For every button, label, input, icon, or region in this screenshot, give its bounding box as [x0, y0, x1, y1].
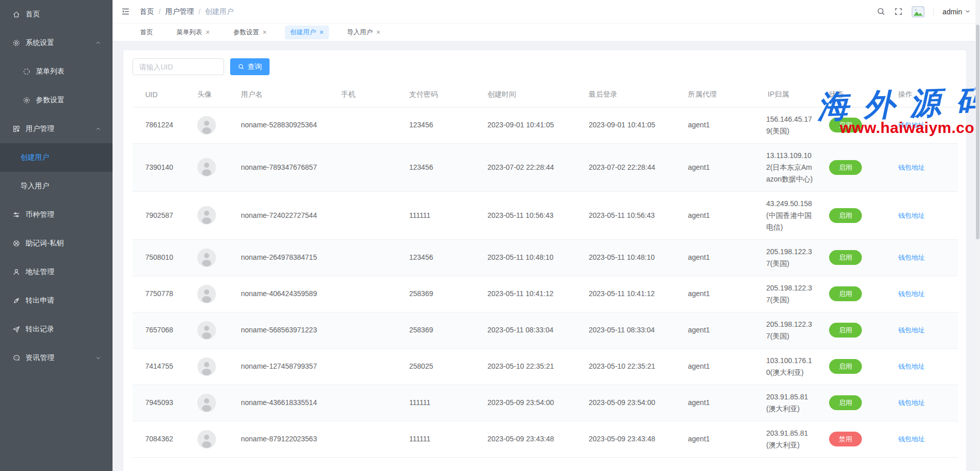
chevron-down-icon — [965, 8, 971, 16]
user-avatar — [197, 158, 216, 176]
status-cell: 禁用 — [816, 421, 885, 457]
sidebar-item-home[interactable]: 首页 — [0, 0, 113, 29]
sidebar-item-menu-list[interactable]: 菜单列表 — [0, 57, 113, 86]
status-cell: 启用 — [816, 312, 885, 348]
sidebar-item-label: 转出申请 — [26, 296, 54, 305]
wallet-address-link[interactable]: 钱包地址 — [898, 254, 925, 261]
top-header: 首页/用户管理/创建用户 — [113, 0, 980, 24]
avatar[interactable] — [911, 5, 925, 18]
close-icon[interactable]: × — [262, 29, 266, 36]
admin-app: 首页系统设置菜单列表参数设置用户管理创建用户导入用户币种管理助记词-私钥地址管理… — [0, 0, 980, 471]
scrollbar[interactable] — [975, 0, 980, 471]
user-avatar — [197, 249, 216, 267]
status-badge[interactable]: 启用 — [829, 208, 862, 223]
column-header: UID — [132, 82, 185, 107]
sidebar-item-import-user[interactable]: 导入用户 — [0, 172, 113, 200]
sidebar-item-currency-management[interactable]: 币种管理 — [0, 200, 113, 229]
breadcrumb-separator: / — [198, 8, 201, 16]
sidebar: 首页系统设置菜单列表参数设置用户管理创建用户导入用户币种管理助记词-私钥地址管理… — [0, 0, 113, 471]
breadcrumb-item[interactable]: 首页 — [140, 7, 154, 16]
agent-cell: agent1 — [675, 239, 755, 276]
agent-cell: agent1 — [675, 421, 755, 457]
sidebar-item-news-management[interactable]: 资讯管理 — [0, 344, 113, 372]
tab-create-user[interactable]: 创建用户× — [285, 26, 328, 39]
sidebar-item-label: 转出记录 — [26, 325, 54, 334]
last-login-cell: 2023-05-11 10:56:43 — [576, 191, 675, 239]
avatar-cell — [185, 143, 228, 191]
wallet-address-link[interactable]: 钱包地址 — [898, 164, 925, 171]
ip-cell: 203.91.85.81(澳大利亚) — [755, 421, 816, 457]
created-at-cell: 2023-05-11 10:41:12 — [475, 276, 576, 312]
sidebar-collapse-icon[interactable] — [121, 7, 130, 16]
status-badge[interactable]: 启用 — [829, 160, 862, 175]
scrollbar-thumb[interactable] — [976, 25, 979, 239]
status-cell: 启用 — [816, 143, 885, 191]
ip-cell: 205.198.122.37(美国) — [755, 276, 816, 312]
wallet-address-link[interactable]: 钱包地址 — [898, 363, 925, 370]
wallet-address-link[interactable]: 钱包地址 — [898, 399, 925, 407]
agent-cell: agent1 — [675, 107, 755, 143]
status-badge[interactable]: 启用 — [829, 359, 862, 374]
user-table-card: 查询 UID头像用户名手机支付密码创建时间最后登录所属代理IP归属状态操作 78… — [123, 50, 967, 471]
user-menu[interactable]: admin — [943, 8, 971, 16]
uid-cell: 7414755 — [132, 348, 185, 385]
user-avatar — [197, 116, 216, 134]
status-badge[interactable]: 启用 — [829, 286, 862, 301]
wallet-address-link[interactable]: 钱包地址 — [898, 435, 925, 443]
wallet-address-link[interactable]: 钱包地址 — [898, 212, 925, 219]
last-login-cell: 2023-05-09 23:43:48 — [576, 421, 675, 457]
sidebar-item-transfer-request[interactable]: 转出申请 — [0, 286, 113, 315]
uid-cell: 7508010 — [132, 239, 185, 276]
gear-icon — [12, 39, 20, 47]
username-cell: noname-406424359589 — [228, 276, 328, 312]
sidebar-item-create-user[interactable]: 创建用户 — [0, 143, 113, 172]
column-header: 手机 — [328, 82, 396, 107]
sidebar-item-address-management[interactable]: 地址管理 — [0, 258, 113, 286]
user-avatar — [197, 357, 216, 376]
tab-param-settings[interactable]: 参数设置× — [228, 26, 272, 39]
sidebar-item-label: 系统设置 — [26, 38, 54, 48]
sidebar-item-param-settings[interactable]: 参数设置 — [0, 86, 113, 115]
status-badge[interactable]: 启用 — [829, 118, 862, 132]
avatar-cell — [185, 276, 228, 312]
query-button[interactable]: 查询 — [230, 58, 270, 75]
sidebar-item-label: 币种管理 — [26, 210, 54, 219]
wallet-address-link[interactable]: 钱包地址 — [898, 290, 925, 298]
ip-cell: 43.249.50.158(中国香港中国电信) — [755, 191, 816, 239]
sidebar-item-transfer-records[interactable]: 转出记录 — [0, 315, 113, 344]
uid-cell: 7657068 — [132, 312, 185, 348]
tab-label: 首页 — [140, 28, 153, 37]
tab-import-user[interactable]: 导入用户× — [342, 26, 386, 39]
created-at-cell: 2023-05-11 10:48:10 — [475, 239, 576, 276]
ip-cell: 156.146.45.179(美国) — [755, 107, 816, 143]
tab-menu-list[interactable]: 菜单列表× — [171, 26, 215, 39]
close-icon[interactable]: × — [376, 29, 381, 36]
sidebar-item-label: 用户管理 — [26, 124, 54, 133]
breadcrumb-item[interactable]: 用户管理 — [165, 7, 194, 16]
sidebar-item-label: 创建用户 — [20, 153, 49, 162]
sidebar-item-mnemonic-private-key[interactable]: 助记词-私钥 — [0, 229, 113, 258]
sidebar-item-system-settings[interactable]: 系统设置 — [0, 29, 113, 57]
wallet-address-link[interactable]: 钱包地址 — [898, 121, 925, 129]
username-cell: noname-436618335514 — [228, 385, 328, 421]
sidebar-item-label: 资讯管理 — [26, 353, 54, 363]
search-icon[interactable] — [877, 7, 885, 16]
wallet-address-link[interactable]: 钱包地址 — [898, 326, 925, 334]
uid-search-input[interactable] — [132, 58, 224, 75]
fullscreen-icon[interactable] — [894, 7, 903, 16]
pay-password-cell: 258369 — [396, 276, 475, 312]
status-badge[interactable]: 禁用 — [829, 432, 862, 446]
last-login-cell: 2023-07-02 22:28:44 — [576, 143, 675, 191]
close-icon[interactable]: × — [206, 29, 210, 36]
created-at-cell: 2023-07-02 22:28:44 — [475, 143, 576, 191]
created-at-cell: 2023-09-01 10:41:05 — [475, 107, 576, 143]
divider — [933, 8, 934, 15]
status-badge[interactable]: 启用 — [829, 250, 862, 265]
tab-home[interactable]: 首页 — [135, 26, 158, 39]
sidebar-item-user-management[interactable]: 用户管理 — [0, 115, 113, 143]
status-badge[interactable]: 启用 — [829, 395, 862, 410]
last-login-cell: 2023-05-09 23:54:00 — [576, 385, 675, 421]
phone-cell — [328, 239, 396, 276]
close-icon[interactable]: × — [319, 29, 323, 36]
status-badge[interactable]: 启用 — [829, 323, 862, 338]
